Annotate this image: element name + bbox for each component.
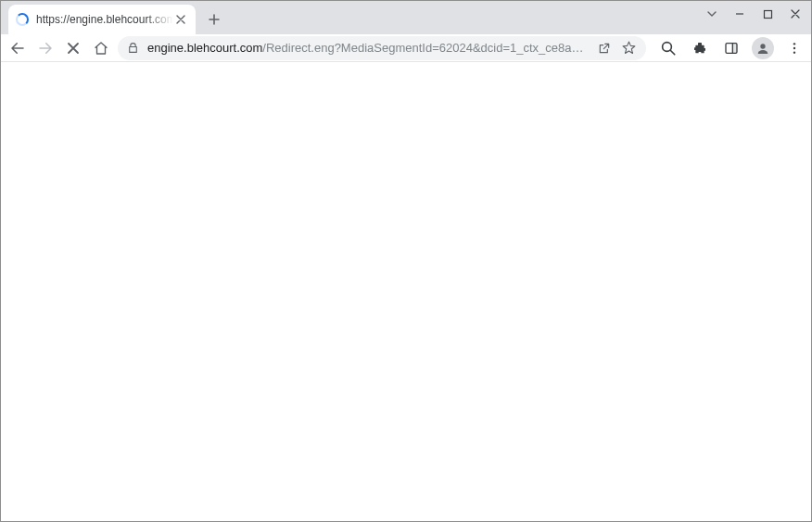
svg-point-4 xyxy=(760,44,765,48)
kebab-icon xyxy=(787,41,802,56)
star-icon xyxy=(621,40,637,56)
extensions-button[interactable] xyxy=(689,37,711,59)
minimize-icon xyxy=(734,8,745,19)
chevron-down-icon xyxy=(706,8,717,19)
page-content xyxy=(1,62,811,521)
svg-point-6 xyxy=(793,46,795,48)
side-panel-button[interactable] xyxy=(720,37,742,59)
maximize-button[interactable] xyxy=(754,1,781,27)
back-button[interactable] xyxy=(6,37,29,59)
share-button[interactable] xyxy=(597,41,612,56)
arrow-left-icon xyxy=(9,40,26,57)
home-icon xyxy=(93,40,109,57)
toolbar-right xyxy=(657,37,806,59)
minimize-button[interactable] xyxy=(726,1,754,27)
share-icon xyxy=(597,41,612,56)
tab-search-button[interactable] xyxy=(698,1,726,27)
tab-title: https://engine.blehcourt.com/Re xyxy=(36,13,173,26)
browser-tab[interactable]: https://engine.blehcourt.com/Re xyxy=(8,5,196,34)
close-window-button[interactable] xyxy=(781,1,809,27)
search-icon xyxy=(660,40,677,57)
tab-strip: https://engine.blehcourt.com/Re xyxy=(1,1,811,34)
close-icon xyxy=(176,15,185,24)
close-icon xyxy=(790,8,801,19)
person-icon xyxy=(755,41,770,56)
arrow-right-icon xyxy=(37,40,54,57)
svg-point-7 xyxy=(793,51,795,53)
plus-icon xyxy=(208,13,221,26)
address-host: engine.blehcourt.com xyxy=(147,41,262,55)
profile-button[interactable] xyxy=(752,37,774,59)
close-icon xyxy=(67,42,80,55)
bookmark-button[interactable] xyxy=(621,40,637,56)
new-tab-button[interactable] xyxy=(201,6,227,32)
find-button[interactable] xyxy=(657,37,679,59)
svg-rect-3 xyxy=(732,43,737,53)
panel-icon xyxy=(724,41,739,56)
svg-rect-0 xyxy=(764,10,771,18)
maximize-icon xyxy=(763,9,773,19)
navigation-toolbar: engine.blehcourt.com /Redirect.eng?Media… xyxy=(1,34,811,62)
menu-button[interactable] xyxy=(783,37,806,59)
home-button[interactable] xyxy=(90,37,112,59)
close-tab-button[interactable] xyxy=(173,12,188,27)
window-controls xyxy=(698,1,809,27)
forward-button xyxy=(34,37,57,59)
address-bar[interactable]: engine.blehcourt.com /Redirect.eng?Media… xyxy=(118,36,646,60)
svg-point-5 xyxy=(793,43,795,45)
browser-window: https://engine.blehcourt.com/Re xyxy=(0,0,812,522)
lock-icon xyxy=(127,42,140,55)
loading-spinner-icon xyxy=(16,13,29,26)
address-path: /Redirect.eng?MediaSegmentId=62024&dcid=… xyxy=(262,41,590,55)
extensions-icon xyxy=(692,41,707,56)
stop-button[interactable] xyxy=(62,37,84,59)
